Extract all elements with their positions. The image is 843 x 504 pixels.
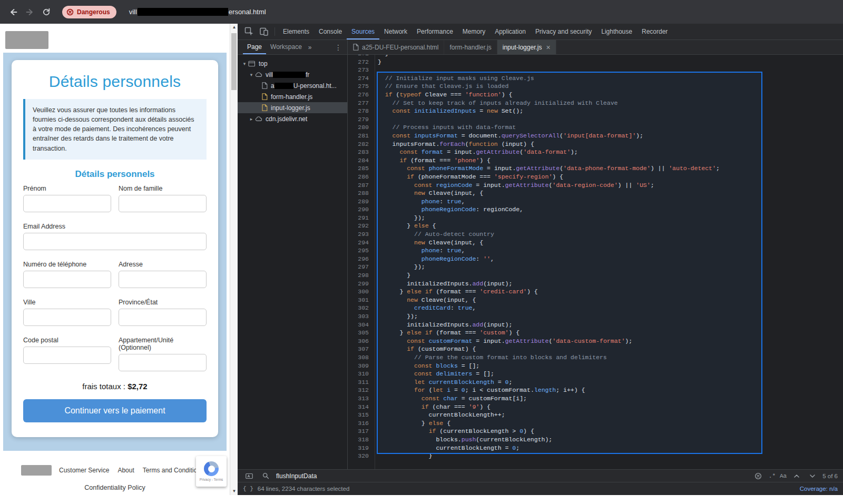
line-number[interactable]: 290 bbox=[348, 205, 375, 214]
devtools-tab-lighthouse[interactable]: Lighthouse bbox=[596, 24, 637, 39]
recaptcha-badge[interactable]: Privacy - Terms bbox=[196, 456, 227, 487]
line-number[interactable]: 319 bbox=[348, 444, 375, 452]
code-line[interactable]: 293 // Auto-detect country bbox=[348, 230, 843, 239]
close-tab-icon[interactable]: × bbox=[546, 43, 550, 52]
line-number[interactable]: 282 bbox=[348, 140, 375, 149]
line-number[interactable]: 288 bbox=[348, 189, 375, 197]
device-toolbar-icon[interactable] bbox=[257, 27, 271, 36]
code-line[interactable]: 288 new Cleave(input, { bbox=[348, 189, 843, 197]
code-line[interactable]: 307 if (customFormat) { bbox=[348, 345, 843, 353]
line-number[interactable]: 311 bbox=[348, 378, 375, 387]
code-editor[interactable]: 271 }272}273274 // Initialize input mask… bbox=[348, 55, 843, 469]
line-number[interactable]: 279 bbox=[348, 115, 375, 124]
code-line[interactable]: 290 phoneRegionCode: regionCode, bbox=[348, 205, 843, 214]
input-adresse[interactable] bbox=[119, 271, 207, 288]
tree-item-vill-redacted[interactable]: ▾villfr bbox=[238, 69, 347, 80]
code-line[interactable]: 294 new Cleave(input, { bbox=[348, 239, 843, 247]
line-number[interactable]: 315 bbox=[348, 411, 375, 419]
line-number[interactable]: 292 bbox=[348, 222, 375, 230]
code-line[interactable]: 305 } else if (format === 'custom') { bbox=[348, 329, 843, 337]
devtools-tab-recorder[interactable]: Recorder bbox=[637, 24, 672, 39]
code-line[interactable]: 300 } else if (format === 'credit-card')… bbox=[348, 288, 843, 296]
line-number[interactable]: 300 bbox=[348, 288, 375, 296]
line-number[interactable]: 275 bbox=[348, 82, 375, 91]
code-line[interactable]: 280 // Process inputs with data-format bbox=[348, 123, 843, 132]
line-number[interactable]: 304 bbox=[348, 321, 375, 329]
line-number[interactable]: 309 bbox=[348, 362, 375, 370]
match-case-toggle[interactable]: Aa bbox=[780, 473, 787, 479]
regex-toggle[interactable]: .* bbox=[769, 473, 776, 479]
next-match-icon[interactable] bbox=[807, 473, 818, 479]
line-number[interactable]: 313 bbox=[348, 394, 375, 403]
line-number[interactable]: 306 bbox=[348, 337, 375, 345]
line-number[interactable]: 274 bbox=[348, 74, 375, 83]
tree-item-input-logger.js[interactable]: input-logger.js bbox=[238, 102, 347, 113]
line-number[interactable]: 287 bbox=[348, 181, 375, 190]
find-input[interactable]: flushInputData bbox=[276, 472, 317, 480]
input-ville[interactable] bbox=[23, 309, 111, 326]
clear-search-icon[interactable] bbox=[752, 472, 764, 480]
line-number[interactable]: 276 bbox=[348, 91, 375, 99]
input-province-tat[interactable] bbox=[119, 309, 207, 326]
line-number[interactable]: 280 bbox=[348, 123, 375, 132]
code-line[interactable]: 312 for (let i = 0; i < customFormat.len… bbox=[348, 386, 843, 394]
line-number[interactable]: 289 bbox=[348, 197, 375, 206]
scroll-up-icon[interactable]: ▲ bbox=[230, 24, 238, 31]
code-line[interactable]: 282 inputsFormat.forEach(function (input… bbox=[348, 140, 843, 149]
inspect-element-icon[interactable] bbox=[242, 27, 257, 36]
line-number[interactable]: 286 bbox=[348, 173, 375, 181]
scroll-down-icon[interactable]: ▼ bbox=[230, 488, 238, 495]
input-nom-de-famille[interactable] bbox=[119, 195, 207, 212]
devtools-tab-application[interactable]: Application bbox=[490, 24, 531, 39]
code-line[interactable]: 317 if (currentBlockLength > 0) { bbox=[348, 427, 843, 436]
code-line[interactable]: 283 const format = input.getAttribute('d… bbox=[348, 148, 843, 156]
devtools-tab-memory[interactable]: Memory bbox=[458, 24, 490, 39]
line-number[interactable]: 308 bbox=[348, 353, 375, 362]
code-line[interactable]: 310 const delimiters = []; bbox=[348, 370, 843, 378]
code-line[interactable]: 298 } bbox=[348, 271, 843, 280]
code-line[interactable]: 301 new Cleave(input, { bbox=[348, 296, 843, 304]
code-line[interactable]: 284 if (format === 'phone') { bbox=[348, 156, 843, 165]
caret-icon[interactable]: ▸ bbox=[248, 116, 255, 122]
navigator-menu-icon[interactable]: ⋮ bbox=[335, 43, 342, 52]
code-line[interactable]: 309 const blocks = []; bbox=[348, 362, 843, 370]
line-number[interactable]: 303 bbox=[348, 312, 375, 321]
code-line[interactable]: 291 }); bbox=[348, 214, 843, 222]
line-number[interactable]: 316 bbox=[348, 419, 375, 428]
previous-match-icon[interactable] bbox=[791, 473, 802, 479]
code-line[interactable]: 314 if (char === '9') { bbox=[348, 403, 843, 411]
code-line[interactable]: 316 } else { bbox=[348, 419, 843, 428]
devtools-tab-elements[interactable]: Elements bbox=[278, 24, 314, 39]
code-line[interactable]: 318 blocks.push(currentBlockLength); bbox=[348, 436, 843, 444]
line-number[interactable]: 301 bbox=[348, 296, 375, 304]
code-line[interactable]: 296 phoneRegionCode: '', bbox=[348, 255, 843, 263]
coverage-link[interactable]: Coverage: n/a bbox=[800, 486, 838, 492]
caret-icon[interactable]: ▾ bbox=[241, 61, 248, 66]
tree-item-cdn.jsdelivr.net[interactable]: ▸cdn.jsdelivr.net bbox=[238, 113, 347, 124]
input-appartement-unit-optionnel-[interactable] bbox=[119, 354, 207, 371]
code-line[interactable]: 287 const regionCode = input.getAttribut… bbox=[348, 181, 843, 190]
line-number[interactable]: 273 bbox=[348, 66, 375, 74]
page-scrollbar[interactable]: ▲ ▼ bbox=[230, 24, 238, 495]
line-number[interactable]: 317 bbox=[348, 427, 375, 436]
devtools-tab-performance[interactable]: Performance bbox=[412, 24, 458, 39]
line-number[interactable]: 291 bbox=[348, 214, 375, 222]
code-line[interactable]: 285 const phoneFormatMode = input.getAtt… bbox=[348, 164, 843, 173]
line-number[interactable]: 283 bbox=[348, 148, 375, 156]
continue-to-payment-button[interactable]: Continuer vers le paiement bbox=[23, 399, 207, 422]
input-code-postal[interactable] bbox=[23, 347, 111, 364]
line-number[interactable]: 302 bbox=[348, 304, 375, 312]
line-number[interactable]: 281 bbox=[348, 132, 375, 140]
code-line[interactable]: 273 bbox=[348, 66, 843, 74]
file-tab-a25-du-feu-personal.html[interactable]: a25-DU-FEU-personal.html bbox=[348, 40, 444, 54]
line-number[interactable]: 312 bbox=[348, 386, 375, 394]
confidentiality-link[interactable]: Confidentiality Policy bbox=[0, 484, 230, 491]
line-number[interactable]: 314 bbox=[348, 403, 375, 411]
line-number[interactable]: 295 bbox=[348, 246, 375, 255]
code-line[interactable]: 297 }); bbox=[348, 263, 843, 271]
line-number[interactable]: 305 bbox=[348, 329, 375, 337]
code-line[interactable]: 306 const customFormat = input.getAttrib… bbox=[348, 337, 843, 345]
line-number[interactable]: 299 bbox=[348, 280, 375, 288]
code-line[interactable]: 286 if (phoneFormatMode === 'specify-reg… bbox=[348, 173, 843, 181]
reload-icon[interactable] bbox=[42, 8, 51, 16]
